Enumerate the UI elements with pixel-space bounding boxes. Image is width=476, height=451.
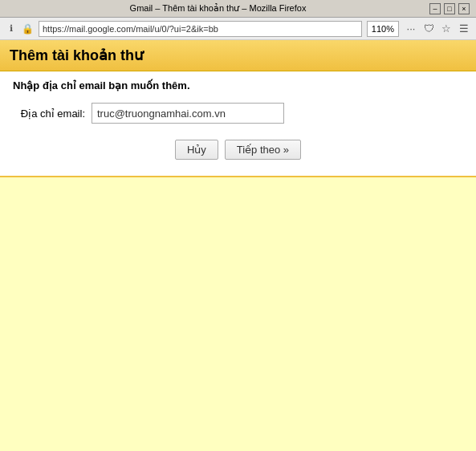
address-bar: ℹ 🔒 110% ··· 🛡 ☆ ☰ — [0, 18, 476, 40]
toolbar-icons: ··· 🛡 ☆ ☰ — [404, 22, 471, 36]
minimize-button[interactable]: – — [429, 3, 441, 14]
maximize-button[interactable]: □ — [444, 3, 455, 14]
address-input[interactable] — [39, 21, 362, 37]
zoom-badge[interactable]: 110% — [367, 21, 399, 37]
page-title: Thêm tài khoản thư — [10, 47, 143, 63]
title-bar-controls: – □ × — [429, 3, 470, 14]
page-remainder — [0, 177, 476, 451]
close-button[interactable]: × — [458, 3, 470, 14]
page-body: Nhập địa chỉ email bạn muốn thêm. Địa ch… — [0, 71, 476, 177]
star-icon[interactable]: ☆ — [439, 22, 454, 36]
info-icon[interactable]: ℹ — [5, 22, 18, 35]
next-button[interactable]: Tiếp theo » — [225, 140, 301, 160]
gmail-dialog: Thêm tài khoản thư Nhập địa chỉ email bạ… — [0, 40, 476, 177]
hamburger-icon[interactable]: ☰ — [457, 22, 471, 36]
page-content: Thêm tài khoản thư Nhập địa chỉ email bạ… — [0, 40, 476, 451]
email-form-row: Địa chỉ email: — [13, 103, 463, 124]
lock-icon: 🔒 — [21, 22, 34, 35]
menu-dots-icon[interactable]: ··· — [404, 22, 418, 36]
page-header: Thêm tài khoản thư — [0, 40, 476, 71]
title-bar: Gmail – Thêm tài khoản thư – Mozilla Fir… — [0, 0, 476, 18]
email-label: Địa chỉ email: — [13, 108, 85, 120]
shield-icon[interactable]: 🛡 — [421, 22, 436, 36]
email-input[interactable] — [92, 103, 284, 124]
button-row: Hủy Tiếp theo » — [13, 136, 463, 168]
cancel-button[interactable]: Hủy — [175, 140, 218, 160]
title-bar-text: Gmail – Thêm tài khoản thư – Mozilla Fir… — [6, 3, 429, 14]
page-subtitle: Nhập địa chỉ email bạn muốn thêm. — [13, 79, 463, 91]
nav-icons: ℹ 🔒 — [5, 22, 34, 35]
